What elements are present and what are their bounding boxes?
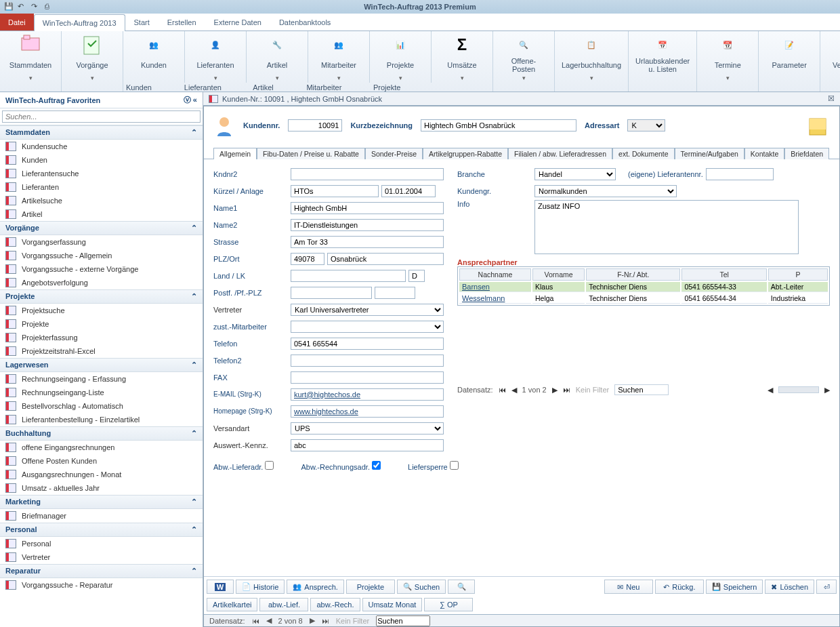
fav-item[interactable]: Angebotsverfolgung bbox=[0, 276, 203, 289]
in-kuerzel[interactable] bbox=[291, 185, 379, 197]
fav-item[interactable]: offene Eingangsrechnungen bbox=[0, 441, 203, 454]
input-kurzbez[interactable] bbox=[421, 119, 576, 132]
tb-artikelkartei[interactable]: Artikelkartei bbox=[207, 598, 257, 611]
link-email[interactable]: kurt@hightechos.de bbox=[294, 390, 360, 399]
status-next-icon[interactable]: ▶ bbox=[310, 616, 315, 625]
rb-stammdaten[interactable]: Stammdaten▾ bbox=[7, 34, 54, 81]
hscroll-right-icon[interactable]: ▶ bbox=[824, 386, 830, 395]
hscroll-track[interactable] bbox=[778, 386, 819, 393]
fav-item[interactable]: Projektzeitstrahl-Excel bbox=[0, 344, 203, 358]
fav-item[interactable]: Rechnungseingang - Erfassung bbox=[0, 372, 203, 386]
recnav-last-icon[interactable]: ⏭ bbox=[563, 386, 570, 394]
recnav-search[interactable] bbox=[614, 384, 669, 395]
ct-col-vorname[interactable]: Vorname bbox=[532, 268, 585, 281]
tb-neu[interactable]: ✉Neu bbox=[604, 580, 653, 594]
table-row[interactable]: WesselmannHelgaTechnischer Diens0541 665… bbox=[459, 294, 828, 304]
tb-loeschen[interactable]: ✖Löschen bbox=[765, 580, 814, 594]
in-land[interactable] bbox=[291, 270, 406, 282]
in-liefnr[interactable] bbox=[706, 168, 774, 180]
fav-item[interactable]: Kunden bbox=[0, 153, 203, 167]
rb-artikel[interactable]: 🔧Artikel▾ bbox=[253, 34, 301, 81]
fav-item[interactable]: Personal bbox=[0, 537, 203, 550]
in-kndnr2[interactable] bbox=[291, 168, 444, 180]
in-strasse[interactable] bbox=[291, 236, 444, 248]
in-tel2[interactable] bbox=[291, 355, 444, 367]
section-marketing[interactable]: Marketing⌃ bbox=[0, 495, 203, 509]
section-personal[interactable]: Personal⌃ bbox=[0, 523, 203, 537]
sel-versand[interactable]: UPS bbox=[291, 422, 444, 434]
tab-wintech[interactable]: WinTech-Auftrag 2013 bbox=[34, 14, 125, 31]
section-reparatur[interactable]: Reparatur⌃ bbox=[0, 564, 203, 578]
tb-umsatzmonat[interactable]: Umsatz Monat bbox=[362, 598, 423, 611]
rb-verwaltung[interactable]: 🗂️Verwaltung▾ bbox=[827, 34, 840, 81]
in-name1[interactable] bbox=[291, 202, 444, 214]
tab-dbtools[interactable]: Datenbanktools bbox=[270, 14, 339, 31]
ct-col-p[interactable]: P bbox=[768, 268, 828, 281]
itab-agr[interactable]: Artikelgruppen-Rabatte bbox=[423, 148, 508, 159]
fav-item[interactable]: Bestellvorschlag - Automatisch bbox=[0, 399, 203, 413]
chk-abwlief[interactable] bbox=[265, 461, 274, 470]
link-homepage[interactable]: www.hightechos.de bbox=[294, 407, 358, 416]
rb-mitarbeiter[interactable]: 👥Mitarbeiter▾ bbox=[315, 34, 362, 81]
tb-op[interactable]: ∑ OP bbox=[424, 598, 473, 611]
itab-fibu[interactable]: Fibu-Daten / Preise u. Rabatte bbox=[257, 148, 365, 159]
in-name2[interactable] bbox=[291, 219, 444, 231]
section-lagerwesen[interactable]: Lagerwesen⌃ bbox=[0, 358, 203, 372]
fav-item[interactable]: Artikel bbox=[0, 207, 203, 221]
itab-filialen[interactable]: Filialen / abw. Lieferadressen bbox=[508, 148, 612, 159]
rb-projekte[interactable]: 📊Projekte▾ bbox=[377, 34, 424, 81]
fav-item[interactable]: Ausgangsrechnungen - Monat bbox=[0, 468, 203, 481]
fav-item[interactable]: Offene Posten Kunden bbox=[0, 454, 203, 468]
in-ort[interactable] bbox=[327, 253, 444, 265]
fav-item[interactable]: Artikelsuche bbox=[0, 194, 203, 207]
itab-kontakte[interactable]: Kontakte bbox=[744, 148, 784, 159]
rb-urlaub[interactable]: 📅Urlaubskalender u. Listen bbox=[635, 34, 690, 73]
sel-vertreter[interactable]: Karl Universalvertreter bbox=[291, 304, 444, 316]
in-fax[interactable] bbox=[291, 371, 444, 384]
rb-termine[interactable]: 📆Termine▾ bbox=[704, 34, 751, 81]
in-postf[interactable] bbox=[291, 287, 372, 299]
tab-start[interactable]: Start bbox=[125, 14, 159, 31]
itab-termine[interactable]: Termine/Aufgaben bbox=[675, 148, 744, 159]
rb-lieferanten[interactable]: 👤Lieferanten▾ bbox=[192, 34, 239, 81]
fav-item[interactable]: Vertreter bbox=[0, 550, 203, 564]
select-adressart[interactable]: K bbox=[627, 119, 665, 132]
in-auswert[interactable] bbox=[291, 439, 444, 451]
status-prev-icon[interactable]: ◀ bbox=[266, 616, 272, 625]
in-pfplz[interactable] bbox=[375, 287, 415, 299]
tab-externe[interactable]: Externe Daten bbox=[205, 14, 270, 31]
fav-item[interactable]: Umsatz - aktuelles Jahr bbox=[0, 481, 203, 495]
rb-lager[interactable]: 📋Lagerbuchhaltung▾ bbox=[562, 34, 621, 81]
recnav-prev-icon[interactable]: ◀ bbox=[511, 386, 517, 395]
section-stammdaten[interactable]: Stammdaten⌃ bbox=[0, 125, 203, 140]
tb-speichern[interactable]: 💾Speichern bbox=[706, 580, 763, 594]
fav-item[interactable]: Vorgangssuche - Reparatur bbox=[0, 578, 203, 592]
fav-item[interactable]: Lieferantenbestellung - Einzelartikel bbox=[0, 413, 203, 426]
fav-item[interactable]: Rechnungseingang-Liste bbox=[0, 386, 203, 399]
input-kundennr[interactable] bbox=[288, 119, 342, 132]
tab-file[interactable]: Datei bbox=[0, 14, 34, 31]
in-plz[interactable] bbox=[291, 253, 324, 265]
rb-op[interactable]: 🔍Offene-Posten▾ bbox=[500, 34, 547, 81]
chk-liefsp[interactable] bbox=[450, 461, 459, 470]
rb-vorgaenge[interactable]: Vorgänge▾ bbox=[68, 34, 116, 81]
search-input[interactable] bbox=[2, 110, 201, 123]
tab-erstellen[interactable]: Erstellen bbox=[159, 14, 205, 31]
fav-item[interactable]: Vorgangserfassung bbox=[0, 235, 203, 249]
status-first-icon[interactable]: ⏮ bbox=[252, 617, 259, 625]
fav-item[interactable]: Projekte bbox=[0, 317, 203, 331]
fav-item[interactable]: Lieferantensuche bbox=[0, 167, 203, 180]
section-vorgänge[interactable]: Vorgänge⌃ bbox=[0, 221, 203, 235]
close-tab-icon[interactable]: ☒ bbox=[828, 94, 835, 103]
table-row[interactable]: BarnsenKlausTechnischer Diens0541 665544… bbox=[459, 282, 828, 292]
collapse-icon[interactable]: ⓥ « bbox=[184, 95, 197, 105]
rb-umsaetze[interactable]: ΣUmsätze▾ bbox=[438, 34, 486, 81]
status-last-icon[interactable]: ⏭ bbox=[322, 617, 329, 625]
in-lk[interactable] bbox=[408, 270, 425, 282]
tb-abwlief[interactable]: abw.-Lief. bbox=[259, 598, 308, 611]
itab-sonder[interactable]: Sonder-Preise bbox=[365, 148, 423, 159]
in-anlage[interactable] bbox=[381, 185, 436, 197]
sel-branche[interactable]: Handel bbox=[534, 168, 616, 180]
sel-zust[interactable] bbox=[291, 321, 444, 333]
status-search[interactable] bbox=[376, 615, 430, 626]
